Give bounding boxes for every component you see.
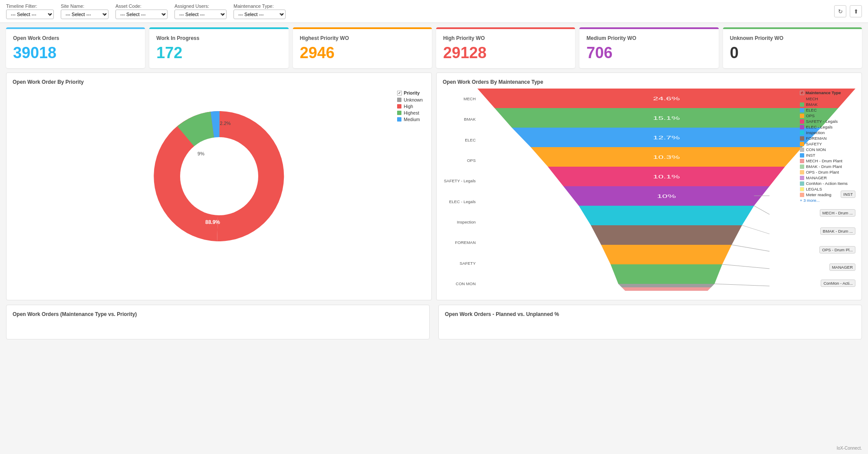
kpi-value: 0 <box>730 44 855 62</box>
kpi-highest-priority: Highest Priority WO 2946 <box>293 27 432 68</box>
funnel-legend-item-ops-drum: OPS - Drum Plant <box>800 170 856 174</box>
kpi-unknown-priority: Unknown Priority WO 0 <box>723 27 862 68</box>
funnel-legend-title: ✓ Maintenance Type <box>800 90 856 95</box>
asset-filter-select[interactable]: --- Select --- <box>115 10 168 19</box>
callout-ops-drum: OPS - Drum Pl... <box>819 246 855 253</box>
funnel-label-mech: MECH <box>443 96 476 101</box>
pct-label-highest: 9% <box>197 151 204 156</box>
kpi-value: 172 <box>156 44 281 62</box>
asset-filter-group: Asset Code: --- Select --- <box>115 3 168 19</box>
callout-line-bmak-drum <box>742 225 769 234</box>
pct-label-high: 88.9% <box>205 219 220 225</box>
funnel-legend-item-safety: SAFETY <box>800 141 856 146</box>
funnel-label-safety-legals: SAFETY - Legals <box>443 178 476 183</box>
funnel-legend-item-elec-legals: ELEC - Legals <box>800 125 856 129</box>
funnel-legend-item-bmak: BMAK <box>800 102 856 107</box>
donut-legend-title: ✓ Priority <box>397 90 423 95</box>
funnel-left-labels: MECH BMAK ELEC OPS SAFETY - Legals ELEC … <box>443 89 477 294</box>
funnel-chart-panel: Open Work Orders By Maintenance Type MEC… <box>436 72 862 300</box>
top-bar: Timeline Filter: --- Select --- Site Nam… <box>0 0 868 23</box>
legend-item-medium: Medium <box>397 117 423 122</box>
funnel-legend-item-conmon: CON MON <box>800 147 856 152</box>
funnel-legend-item-bmak-drum: BMAK - Drum Plant <box>800 164 856 169</box>
callout-manager: MANAGER <box>829 263 855 271</box>
site-filter-group: Site Name: --- Select --- <box>61 3 108 19</box>
kpi-title: Unknown Priority WO <box>730 35 855 41</box>
maintenance-filter-label: Maintenance Type: <box>233 3 286 9</box>
kpi-row: Open Work Orders 39018 Work In Progress … <box>0 23 868 72</box>
callout-conmon-acti: ConMon - Acti... <box>821 280 855 287</box>
funnel-legend: ✓ Maintenance Type MECH BMAK ELEC OPS SA… <box>800 90 856 203</box>
timeline-filter-label: Timeline Filter: <box>6 3 54 9</box>
funnel-legend-more: + 3 more... <box>800 198 856 203</box>
kpi-title: Highest Priority WO <box>300 35 425 41</box>
callout-line-manager <box>722 264 769 269</box>
callout-bmak-drum: BMAK - Drum ... <box>820 227 855 235</box>
timeline-filter-group: Timeline Filter: --- Select --- <box>6 3 54 19</box>
legend-item-high: High <box>397 104 423 109</box>
timeline-filter-select[interactable]: --- Select --- <box>6 10 54 19</box>
donut-hole <box>180 137 258 215</box>
funnel-chart-title: Open Work Orders By Maintenance Type <box>443 79 855 85</box>
donut-chart-title: Open Work Order By Priority <box>13 79 425 85</box>
kpi-title: Work In Progress <box>156 35 281 41</box>
refresh-button[interactable]: ↻ <box>834 5 846 17</box>
funnel-legend-item-elec: ELEC <box>800 108 856 112</box>
bottom-left-title: Open Work Orders (Maintenance Type vs. P… <box>13 311 423 317</box>
kpi-open-work-orders: Open Work Orders 39018 <box>6 27 145 68</box>
funnel-seg-inspection <box>579 206 754 225</box>
assigned-filter-select[interactable]: --- Select --- <box>174 10 227 19</box>
legend-item-highest: Highest <box>397 110 423 115</box>
donut-chart-panel: Open Work Order By Priority ✓ Priority U… <box>6 72 432 300</box>
funnel-label-inspection: Inspection <box>443 220 476 224</box>
funnel-seg-safety <box>601 245 732 264</box>
donut-svg: 88.9% 9% 2.2% <box>137 89 302 263</box>
funnel-val-ops: 10.3% <box>653 155 680 160</box>
kpi-value: 39018 <box>13 44 138 62</box>
maintenance-filter-group: Maintenance Type: --- Select --- <box>233 3 286 19</box>
funnel-legend-item-inspection: Inspection <box>800 130 856 135</box>
funnel-label-conmon: CON MON <box>443 281 476 286</box>
kpi-medium-priority: Medium Priority WO 706 <box>579 27 718 68</box>
funnel-legend-item-safety-legals: SAFETY - Legals <box>800 119 856 124</box>
pct-label-medium: 2.2% <box>220 121 230 126</box>
funnel-legend-item-manager: MANAGER <box>800 175 856 180</box>
bottom-panel-right: Open Work Orders - Planned vs. Unplanned… <box>438 305 862 339</box>
funnel-svg-area: 24.6% 15.1% 12.7% 10.3% 10.1% 10% <box>477 89 855 294</box>
bottom-right-title: Open Work Orders - Planned vs. Unplanned… <box>445 311 855 317</box>
maintenance-filter-select[interactable]: --- Select --- <box>233 10 286 19</box>
funnel-main: MECH BMAK ELEC OPS SAFETY - Legals ELEC … <box>443 89 855 294</box>
donut-svg-container: 88.9% 9% 2.2% <box>13 89 425 263</box>
kpi-title: Medium Priority WO <box>586 35 711 41</box>
assigned-filter-group: Assigned Users: --- Select --- <box>174 3 227 19</box>
kpi-title: High Priority WO <box>443 35 568 41</box>
funnel-legend-item-foreman: FOREMAN <box>800 136 856 141</box>
funnel-legend-item-ops: OPS <box>800 113 856 118</box>
kpi-value: 706 <box>586 44 711 62</box>
site-filter-select[interactable]: --- Select --- <box>61 10 108 19</box>
funnel-val-elec-legals: 10% <box>657 194 676 199</box>
callout-line-ops-drum <box>732 245 769 251</box>
funnel-legend-item-mech-drum: MECH - Drum Plant <box>800 158 856 163</box>
funnel-legend-item-legals: LEGALS <box>800 187 856 191</box>
funnel-label-ops: OPS <box>443 158 476 163</box>
funnel-svg: 24.6% 15.1% 12.7% 10.3% 10.1% 10% <box>477 89 855 293</box>
donut-legend: ✓ Priority Unknown High Highest Medium <box>397 90 423 123</box>
funnel-val-safety-legals: 10.1% <box>653 174 680 180</box>
kpi-work-in-progress: Work In Progress 172 <box>149 27 288 68</box>
asset-filter-label: Asset Code: <box>115 3 168 9</box>
funnel-val-elec: 12.7% <box>653 135 680 141</box>
funnel-val-bmak: 15.1% <box>653 115 680 121</box>
legend-item-unknown: Unknown <box>397 97 423 102</box>
funnel-legend-item-mech: MECH <box>800 96 856 101</box>
funnel-seg-extra2 <box>622 287 711 291</box>
bottom-row: Open Work Orders (Maintenance Type vs. P… <box>0 305 868 345</box>
export-button[interactable]: ⬆ <box>850 5 862 17</box>
assigned-filter-label: Assigned Users: <box>174 3 227 9</box>
kpi-value: 29128 <box>443 44 568 62</box>
funnel-label-foreman: FOREMAN <box>443 240 476 245</box>
funnel-legend-item-meter: Meter reading <box>800 192 856 197</box>
funnel-label-elec: ELEC <box>443 138 476 142</box>
funnel-seg-extra1 <box>618 284 715 287</box>
funnel-label-bmak: BMAK <box>443 117 476 122</box>
